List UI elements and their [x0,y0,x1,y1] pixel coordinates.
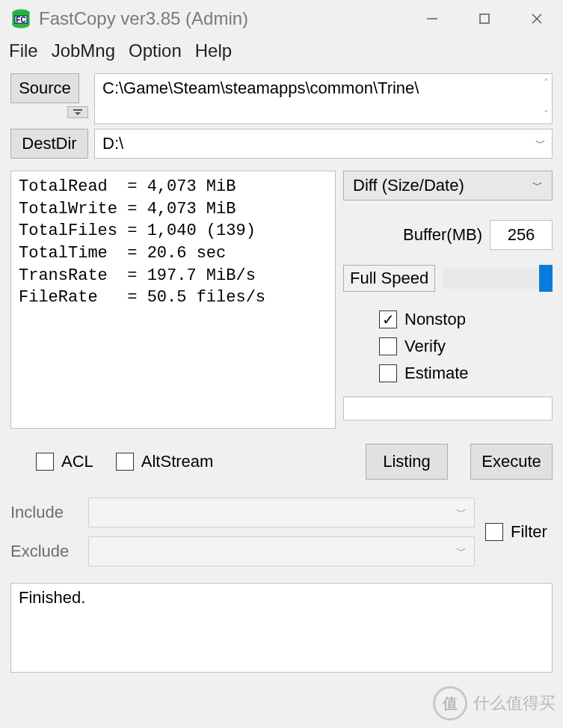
source-button[interactable]: Source [10,73,79,103]
exclude-label: Exclude [10,542,78,561]
log-text: Finished. [19,588,85,607]
exclude-combo[interactable]: ﹀ [88,536,475,566]
menu-help[interactable]: Help [195,40,232,61]
acl-label: ACL [61,452,93,471]
chevron-down-icon[interactable]: ﹀ [535,137,546,150]
verify-label: Verify [404,337,446,356]
dest-path-input[interactable]: D:\ ﹀ [94,129,553,159]
source-path-input[interactable]: C:\Game\Steam\steamapps\common\Trine\ ˄ … [94,73,553,124]
app-icon: FC [10,8,31,29]
estimate-checkbox-row[interactable]: Estimate [379,364,553,383]
acl-checkbox[interactable] [36,453,54,471]
include-combo[interactable]: ﹀ [88,498,475,527]
stats-output: TotalRead = 4,073 MiB TotalWrite = 4,073… [10,171,336,429]
menu-option[interactable]: Option [129,40,182,61]
buffer-label: Buffer(MB) [403,225,482,245]
svg-text:FC: FC [16,16,25,24]
menu-file[interactable]: File [9,40,38,61]
source-scroll-arrows[interactable]: ˄ ˅ [544,77,549,120]
estimate-label: Estimate [404,364,469,383]
filter-checkbox-row[interactable]: Filter [485,522,547,542]
speed-label: Full Speed [343,265,435,292]
nonstop-checkbox-row[interactable]: Nonstop [379,310,553,329]
chevron-down-icon: ﹀ [456,506,467,519]
chevron-down-icon: ﹀ [532,179,543,192]
execute-button[interactable]: Execute [470,444,553,480]
svg-rect-6 [480,14,489,23]
titlebar: FC FastCopy ver3.85 (Admin) [0,0,563,37]
maximize-button[interactable] [458,0,511,37]
svg-rect-9 [73,109,82,111]
watermark: 值 什么值得买 [433,686,556,721]
destdir-button[interactable]: DestDir [10,129,88,159]
chevron-down-icon: ﹀ [456,545,467,558]
log-output: Finished. [10,583,553,673]
scroll-down-icon[interactable]: ˅ [544,108,549,120]
verify-checkbox[interactable] [379,337,397,355]
altstream-checkbox[interactable] [116,453,134,471]
slider-thumb[interactable] [539,265,553,292]
scroll-up-icon[interactable]: ˄ [544,77,549,89]
nonstop-checkbox[interactable] [379,311,397,328]
source-history-dropdown[interactable] [67,106,88,118]
close-button[interactable] [511,0,563,37]
verify-checkbox-row[interactable]: Verify [379,337,553,356]
window-title: FastCopy ver3.85 (Admin) [39,8,406,29]
include-label: Include [10,503,78,522]
menubar: File JobMng Option Help [0,37,563,67]
menu-jobmng[interactable]: JobMng [52,40,115,61]
buffer-input[interactable] [490,220,553,250]
filter-checkbox[interactable] [485,523,503,541]
nonstop-label: Nonstop [404,310,466,329]
svg-marker-10 [75,112,81,115]
listing-button[interactable]: Listing [366,444,448,480]
copy-mode-value: Diff (Size/Date) [353,176,464,195]
copy-mode-combo[interactable]: Diff (Size/Date) ﹀ [343,171,553,201]
status-field [343,397,553,420]
speed-slider[interactable] [443,268,553,289]
minimize-button[interactable] [406,0,458,37]
estimate-checkbox[interactable] [379,364,397,382]
source-path-text: C:\Game\Steam\steamapps\common\Trine\ [102,79,419,97]
dest-path-text: D:\ [102,134,123,153]
acl-checkbox-row[interactable]: ACL [36,452,93,471]
altstream-checkbox-row[interactable]: AltStream [116,452,214,471]
watermark-text: 什么值得买 [473,692,556,715]
altstream-label: AltStream [141,452,214,471]
filter-label: Filter [511,522,547,542]
watermark-badge-icon: 值 [433,686,467,721]
